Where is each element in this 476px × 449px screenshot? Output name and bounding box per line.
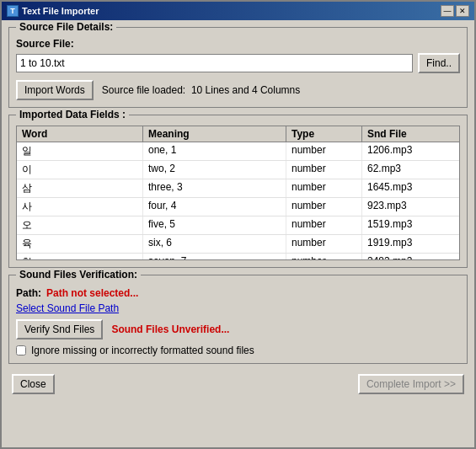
cell-word: 칠	[17, 254, 143, 259]
cell-meaning: five, 5	[143, 216, 286, 234]
col-snd: Snd File	[362, 126, 459, 142]
table-row[interactable]: 사four, 4number923.mp3	[17, 198, 459, 216]
path-label: Path:	[16, 287, 41, 299]
cell-type: number	[286, 198, 362, 216]
cell-word: 삼	[17, 179, 143, 197]
minimize-button[interactable]: —	[441, 5, 454, 17]
sound-verification-section: Sound Files Verification: Path: Path not…	[8, 275, 468, 364]
cell-type: number	[286, 235, 362, 253]
cell-snd: 1645.mp3	[362, 179, 459, 197]
import-row: Import Words Source file loaded: 10 Line…	[16, 80, 460, 100]
source-section-legend: Source File Details:	[16, 21, 116, 33]
complete-import-button: Complete Import >>	[358, 374, 464, 394]
loaded-stats: 10 Lines and 4 Columns	[191, 84, 300, 96]
col-type: Type	[286, 126, 362, 142]
ignore-label: Ignore missing or incorrectly formatted …	[31, 345, 254, 356]
col-word: Word	[17, 126, 143, 142]
table-row[interactable]: 일one, 1number1206.mp3	[17, 142, 459, 161]
cell-word: 육	[17, 235, 143, 253]
cell-snd: 923.mp3	[362, 198, 459, 216]
cell-type: number	[286, 254, 362, 259]
verify-button[interactable]: Verify Snd Files	[16, 319, 103, 339]
cell-word: 이	[17, 161, 143, 179]
source-file-input-row: Find..	[16, 53, 460, 73]
title-bar-controls: — ✕	[441, 5, 469, 17]
table-row[interactable]: 칠seven, 7number3483.mp3	[17, 254, 459, 259]
cell-word: 사	[17, 198, 143, 216]
close-window-button[interactable]: Close	[12, 374, 55, 394]
source-file-label: Source File:	[16, 38, 460, 50]
cell-snd: 1519.mp3	[362, 216, 459, 234]
import-words-button[interactable]: Import Words	[16, 80, 94, 100]
path-value: Path not selected...	[46, 287, 138, 299]
cell-type: number	[286, 161, 362, 179]
table-body[interactable]: 일one, 1number1206.mp3이two, 2number62.mp3…	[17, 142, 459, 259]
cell-word: 일	[17, 142, 143, 160]
source-file-input[interactable]	[16, 54, 413, 72]
cell-word: 오	[17, 216, 143, 234]
imported-section-legend: Imported Data Fields :	[16, 109, 129, 120]
close-button[interactable]: ✕	[456, 5, 469, 17]
cell-meaning: two, 2	[143, 161, 286, 179]
loaded-label: Source file loaded:	[102, 84, 185, 96]
find-button[interactable]: Find..	[418, 53, 460, 73]
table-header: Word Meaning Type Snd File	[17, 126, 459, 142]
ignore-checkbox[interactable]	[16, 345, 26, 355]
table-row[interactable]: 오five, 5number1519.mp3	[17, 216, 459, 235]
main-window: T Text File Importer — ✕ Source File Det…	[0, 0, 476, 449]
source-file-section: Source File Details: Source File: Find..…	[8, 27, 468, 108]
title-bar-text: T Text File Importer	[7, 5, 99, 17]
cell-snd: 1919.mp3	[362, 235, 459, 253]
cell-meaning: six, 6	[143, 235, 286, 253]
source-file-row: Source File: Find.. Import Words Source …	[16, 38, 460, 100]
verify-row: Verify Snd Files Sound Files Unverified.…	[16, 319, 460, 339]
col-meaning: Meaning	[143, 126, 286, 142]
window-body: Source File Details: Source File: Find..…	[2, 20, 474, 447]
cell-type: number	[286, 142, 362, 160]
app-icon-text: T	[10, 7, 15, 15]
cell-snd: 62.mp3	[362, 161, 459, 179]
table-row[interactable]: 이two, 2number62.mp3	[17, 161, 459, 179]
data-table: Word Meaning Type Snd File 일one, 1number…	[16, 126, 460, 260]
footer-row: Close Complete Import >>	[8, 371, 468, 398]
cell-meaning: four, 4	[143, 198, 286, 216]
cell-snd: 3483.mp3	[362, 254, 459, 259]
table-row[interactable]: 삼three, 3number1645.mp3	[17, 179, 459, 198]
source-loaded-text: Source file loaded: 10 Lines and 4 Colum…	[102, 84, 301, 96]
cell-meaning: one, 1	[143, 142, 286, 160]
window-title: Text File Importer	[22, 6, 99, 16]
table-row[interactable]: 육six, 6number1919.mp3	[17, 235, 459, 254]
unverified-text: Sound Files Unverified...	[111, 323, 229, 335]
path-row: Path: Path not selected...	[16, 287, 460, 299]
sound-section-legend: Sound Files Verification:	[16, 269, 141, 281]
select-path-link[interactable]: Select Sound File Path	[16, 302, 119, 314]
app-icon: T	[7, 5, 19, 17]
cell-meaning: three, 3	[143, 179, 286, 197]
ignore-checkbox-row: Ignore missing or incorrectly formatted …	[16, 345, 460, 356]
cell-snd: 1206.mp3	[362, 142, 459, 160]
imported-data-section: Imported Data Fields : Word Meaning Type…	[8, 115, 468, 268]
title-bar: T Text File Importer — ✕	[2, 2, 474, 20]
cell-type: number	[286, 179, 362, 197]
cell-type: number	[286, 216, 362, 234]
cell-meaning: seven, 7	[143, 254, 286, 259]
